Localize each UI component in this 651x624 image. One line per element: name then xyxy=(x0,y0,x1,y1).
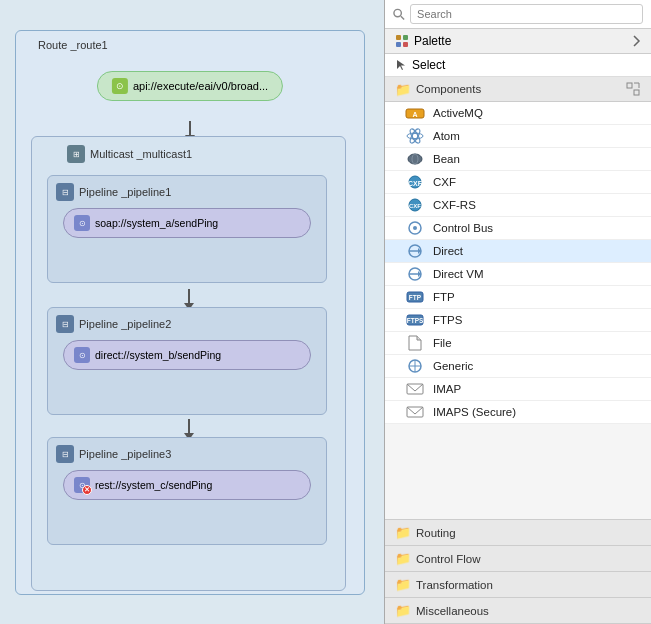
chevron-right-icon xyxy=(631,34,641,48)
palette-title: Palette xyxy=(414,34,451,48)
component-bean[interactable]: Bean xyxy=(385,148,651,171)
route-container: Route _route1 ⊙ api://execute/eai/v0/bro… xyxy=(15,30,365,595)
select-label: Select xyxy=(412,58,445,72)
cxfrs-icon: CXF xyxy=(405,197,425,213)
controlflow-label: Control Flow xyxy=(416,553,481,565)
ftp-label: FTP xyxy=(433,291,455,303)
pipeline-2-endpoint[interactable]: ⊙ direct://system_b/sendPing xyxy=(63,340,311,370)
transformation-label: Transformation xyxy=(416,579,493,591)
multicast-container: ⊞ Multicast _multicast1 ⊟ Pipeline _pipe… xyxy=(31,136,346,591)
component-ftps[interactable]: FTPS FTPS xyxy=(385,309,651,332)
api-icon: ⊙ xyxy=(112,78,128,94)
pipeline-2-icon: ⊟ xyxy=(56,315,74,333)
components-folder-icon: 📁 xyxy=(395,82,411,97)
imaps-label: IMAPS (Secure) xyxy=(433,406,516,418)
miscellaneous-section[interactable]: 📁 Miscellaneous xyxy=(385,598,651,624)
component-controlbus[interactable]: Control Bus xyxy=(385,217,651,240)
palette-header-left: Palette xyxy=(395,34,451,48)
transformation-folder-icon: 📁 xyxy=(395,577,411,592)
search-bar xyxy=(385,0,651,29)
imaps-icon xyxy=(405,404,425,420)
svg-marker-6 xyxy=(397,60,405,70)
controlflow-section[interactable]: 📁 Control Flow xyxy=(385,546,651,572)
svg-rect-4 xyxy=(396,42,401,47)
atom-icon xyxy=(405,128,425,144)
svg-text:CXF: CXF xyxy=(409,203,421,209)
component-list: A ActiveMQ Atom xyxy=(385,102,651,519)
component-imap[interactable]: IMAP xyxy=(385,378,651,401)
svg-point-17 xyxy=(408,154,422,164)
activemq-label: ActiveMQ xyxy=(433,107,483,119)
component-generic[interactable]: Generic xyxy=(385,355,651,378)
pipeline-3-container: ⊟ Pipeline _pipeline3 ⊙ ✕ rest://system_… xyxy=(47,437,327,545)
file-label: File xyxy=(433,337,452,349)
search-input[interactable] xyxy=(410,4,643,24)
component-cxf[interactable]: CXF CXF xyxy=(385,171,651,194)
api-node[interactable]: ⊙ api://execute/eai/v0/broad... xyxy=(97,71,283,101)
transformation-section[interactable]: 📁 Transformation xyxy=(385,572,651,598)
direct-comp-icon xyxy=(405,243,425,259)
components-section-header[interactable]: 📁 Components xyxy=(385,77,651,102)
pipeline-3-label: ⊟ Pipeline _pipeline3 xyxy=(56,445,171,463)
miscellaneous-label: Miscellaneous xyxy=(416,605,489,617)
bean-icon xyxy=(405,151,425,167)
select-row[interactable]: Select xyxy=(385,54,651,77)
multicast-label: ⊞ Multicast _multicast1 xyxy=(67,145,192,163)
cxf-icon: CXF xyxy=(405,174,425,190)
directvm-label: Direct VM xyxy=(433,268,483,280)
search-icon xyxy=(393,8,405,21)
arrow-line-1 xyxy=(189,121,191,135)
component-activemq[interactable]: A ActiveMQ xyxy=(385,102,651,125)
svg-rect-7 xyxy=(627,83,632,88)
ftp-icon: FTP xyxy=(405,289,425,305)
svg-rect-5 xyxy=(403,42,408,47)
palette-header: Palette xyxy=(385,29,651,54)
components-label: Components xyxy=(416,83,481,95)
expand-icon xyxy=(625,81,641,97)
svg-rect-2 xyxy=(396,35,401,40)
controlbus-icon xyxy=(405,220,425,236)
soap-icon: ⊙ xyxy=(74,215,90,231)
pipeline-1-endpoint[interactable]: ⊙ soap://system_a/sendPing xyxy=(63,208,311,238)
pipeline-1-label: ⊟ Pipeline _pipeline1 xyxy=(56,183,171,201)
svg-rect-3 xyxy=(403,35,408,40)
component-file[interactable]: File xyxy=(385,332,651,355)
component-cxfrs[interactable]: CXF CXF-RS xyxy=(385,194,651,217)
routing-label: Routing xyxy=(416,527,456,539)
atom-label: Atom xyxy=(433,130,460,142)
multicast-icon: ⊞ xyxy=(67,145,85,163)
component-atom[interactable]: Atom xyxy=(385,125,651,148)
canvas-panel: Route _route1 ⊙ api://execute/eai/v0/bro… xyxy=(0,0,385,624)
component-direct[interactable]: Direct xyxy=(385,240,651,263)
misc-folder-icon: 📁 xyxy=(395,603,411,618)
svg-rect-8 xyxy=(634,90,639,95)
components-header-left: 📁 Components xyxy=(395,82,481,97)
pipeline-2-container: ⊟ Pipeline _pipeline2 ⊙ direct://system_… xyxy=(47,307,327,415)
component-ftp[interactable]: FTP FTP xyxy=(385,286,651,309)
component-imaps[interactable]: IMAPS (Secure) xyxy=(385,401,651,424)
palette-panel: Palette Select 📁 Components xyxy=(385,0,651,624)
generic-icon xyxy=(405,358,425,374)
file-icon xyxy=(405,335,425,351)
directvm-icon xyxy=(405,266,425,282)
routing-section[interactable]: 📁 Routing xyxy=(385,520,651,546)
routing-folder-icon: 📁 xyxy=(395,525,411,540)
direct-label: Direct xyxy=(433,245,463,257)
bean-label: Bean xyxy=(433,153,460,165)
generic-label: Generic xyxy=(433,360,473,372)
cursor-icon xyxy=(395,59,407,71)
controlflow-folder-icon: 📁 xyxy=(395,551,411,566)
activemq-icon: A xyxy=(405,105,425,121)
bottom-sections: 📁 Routing 📁 Control Flow 📁 Transformatio… xyxy=(385,519,651,624)
component-directvm[interactable]: Direct VM xyxy=(385,263,651,286)
svg-line-1 xyxy=(401,16,404,19)
svg-text:FTPS: FTPS xyxy=(407,317,424,324)
error-badge: ✕ xyxy=(82,485,92,495)
svg-point-0 xyxy=(394,9,401,16)
api-node-label: api://execute/eai/v0/broad... xyxy=(133,80,268,92)
direct-icon: ⊙ xyxy=(74,347,90,363)
pipeline-1-icon: ⊟ xyxy=(56,183,74,201)
controlbus-label: Control Bus xyxy=(433,222,493,234)
pipeline-3-endpoint[interactable]: ⊙ ✕ rest://system_c/sendPing xyxy=(63,470,311,500)
imap-icon xyxy=(405,381,425,397)
